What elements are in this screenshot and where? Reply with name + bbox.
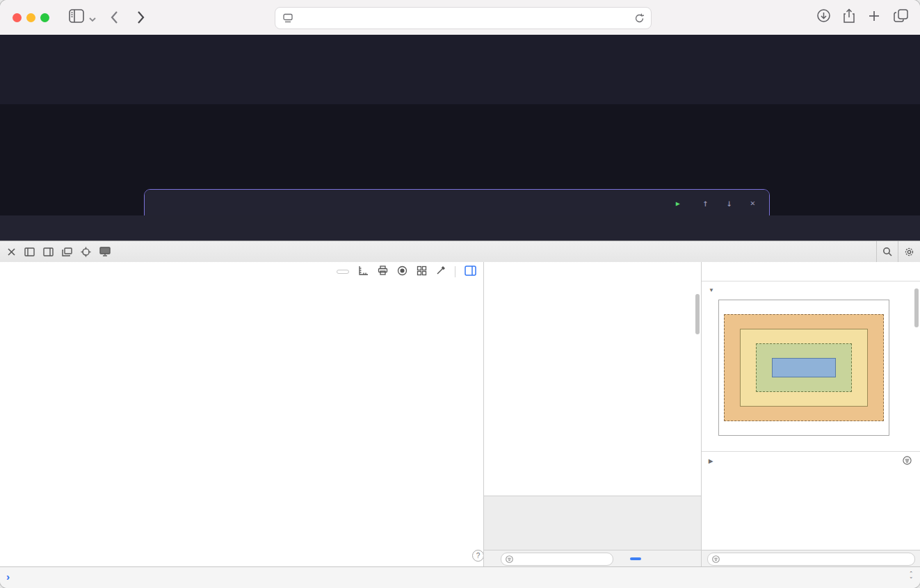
stepper-icon: ⌃⌄ <box>909 571 913 578</box>
device-button[interactable] <box>99 247 111 256</box>
traffic-light-close[interactable] <box>13 13 22 22</box>
computed-filter-input[interactable] <box>707 553 915 566</box>
sidebar-chevron-icon[interactable] <box>88 13 97 25</box>
notebook-area: ▶ ↑ ↓ ✕ <box>0 104 920 215</box>
help-circle-button[interactable]: ? <box>472 550 483 562</box>
ruler-icon[interactable] <box>358 266 369 279</box>
cell-header: ▶ ↑ ↓ ✕ <box>145 190 769 216</box>
properties-filter-icon[interactable] <box>903 455 912 468</box>
traffic-light-zoom[interactable] <box>40 13 49 22</box>
dom-panel: ? <box>0 281 483 567</box>
sidebar-toggle-button[interactable] <box>68 8 85 26</box>
reload-button[interactable] <box>634 13 645 24</box>
share-button[interactable] <box>842 8 856 27</box>
inspector-search-button[interactable] <box>876 241 898 262</box>
element-overlay-icon[interactable] <box>397 266 407 279</box>
url-field[interactable] <box>275 7 652 29</box>
element-picker-button[interactable] <box>81 247 91 257</box>
page-settings-icon[interactable] <box>282 13 293 23</box>
styles-filter-input[interactable] <box>501 553 613 566</box>
inspector-close-button[interactable] <box>7 247 16 256</box>
forward-button[interactable] <box>136 10 145 28</box>
grid-overlay-icon[interactable] <box>417 266 427 279</box>
play-icon: ▶ <box>676 199 680 207</box>
pseudo-class-box <box>484 496 701 550</box>
styles-footer-toolbar <box>484 550 701 567</box>
dom-tree <box>0 281 483 284</box>
browser-toolbar <box>0 0 920 35</box>
traffic-light-minimize[interactable] <box>26 13 35 22</box>
web-page: ▶ ↑ ↓ ✕ <box>0 35 920 240</box>
undock-button[interactable] <box>62 247 72 256</box>
cell-close-button[interactable]: ✕ <box>750 198 755 208</box>
back-button[interactable] <box>110 10 119 28</box>
dock-side-button[interactable] <box>24 247 35 256</box>
cell-move-down-button[interactable]: ↓ <box>726 197 732 209</box>
box-model-content[interactable] <box>772 358 836 377</box>
tab-overview-button[interactable] <box>894 8 909 26</box>
details-sidebar-toggle-icon[interactable] <box>465 266 476 279</box>
details-sidebar: ▼ <box>701 262 920 567</box>
console-toggle-chevron[interactable]: › <box>6 571 10 582</box>
page-status-bar <box>0 215 920 240</box>
properties-section-header[interactable]: ▶ <box>709 456 716 464</box>
box-model <box>718 300 889 436</box>
styles-panel <box>483 262 701 567</box>
browser-window: ▶ ↑ ↓ ✕ <box>0 0 920 588</box>
inspector-toolbar <box>0 241 920 263</box>
breadcrumb-bar <box>0 262 483 282</box>
cell-run-button[interactable]: ▶ <box>676 199 684 207</box>
page-selector[interactable]: ⌃⌄ <box>905 571 913 578</box>
cell-move-up-button[interactable]: ↑ <box>702 197 708 209</box>
box-model-section-header[interactable]: ▼ <box>709 285 717 293</box>
details-footer <box>702 550 920 567</box>
inspector-settings-button[interactable] <box>898 241 920 262</box>
new-tab-button[interactable] <box>868 10 880 25</box>
inspector-bottom-bar: › ⌃⌄ <box>0 566 920 588</box>
dock-bottom-button[interactable] <box>43 247 54 256</box>
pseudo-button[interactable] <box>630 557 641 560</box>
print-styles-icon[interactable] <box>378 266 388 278</box>
downloads-button[interactable] <box>816 8 831 26</box>
badges-button[interactable] <box>337 270 349 274</box>
details-scrollbar[interactable] <box>914 288 919 327</box>
edit-icon[interactable] <box>436 266 446 278</box>
properties-list <box>709 468 914 548</box>
web-inspector: ? ▼ <box>0 240 920 567</box>
styles-scrollbar[interactable] <box>695 294 700 334</box>
